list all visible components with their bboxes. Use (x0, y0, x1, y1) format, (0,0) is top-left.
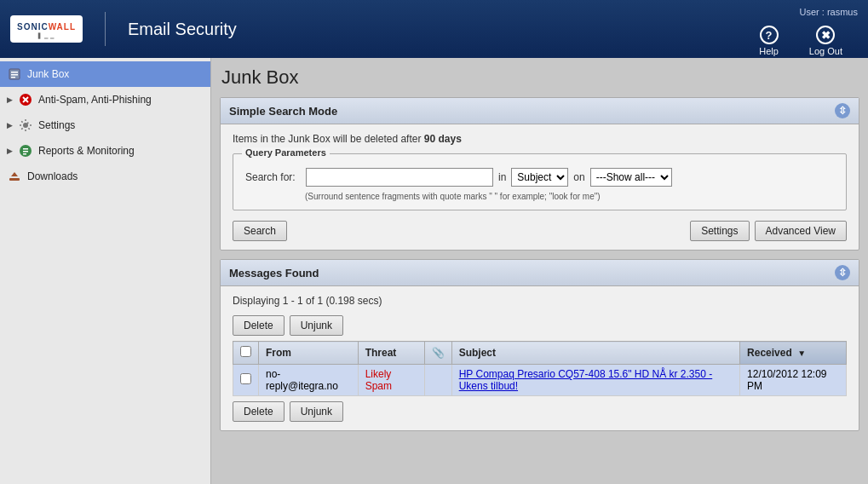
simple-search-panel: Simple Search Mode ⇳ Items in the Junk B… (220, 97, 859, 251)
expand-arrow: ▶ (7, 121, 13, 130)
anti-spam-icon (18, 92, 33, 107)
simple-search-body: Items in the Junk Box will be deleted af… (221, 124, 859, 250)
sidebar-item-downloads[interactable]: Downloads (0, 164, 210, 189)
advanced-view-button[interactable]: Advanced View (755, 221, 848, 241)
sidebar-item-reports[interactable]: ▶ Reports & Monitoring (0, 138, 210, 164)
app-title: Email Security (128, 20, 237, 39)
sonicwall-logo: SONICWALL ❚⎯⎯ (10, 15, 83, 43)
subject-select[interactable]: Subject From To (511, 168, 568, 187)
sidebar-item-settings[interactable]: ▶ Settings (0, 112, 210, 138)
search-hint: (Surround sentence fragments with quote … (305, 192, 834, 201)
row-threat: Likely Spam (358, 365, 424, 396)
attach-icon: 📎 (432, 347, 445, 359)
table-row: no-reply@itegra.no Likely Spam HP Compaq… (233, 365, 847, 396)
top-delete-button[interactable]: Delete (233, 315, 285, 336)
messages-found-header: Messages Found ⇳ (221, 260, 859, 286)
display-count: Displaying 1 - 1 of 1 (0.198 secs) (233, 295, 847, 307)
search-row: Search for: in Subject From To on ---Sho… (245, 168, 834, 187)
main-content: Junk Box Simple Search Mode ⇳ Items in t… (211, 58, 868, 484)
logout-icon: ✖ (816, 26, 835, 44)
search-button[interactable]: Search (233, 221, 287, 241)
junk-box-icon (7, 66, 22, 82)
settings-button[interactable]: Settings (690, 221, 749, 241)
col-attach: 📎 (424, 342, 451, 365)
table-bottom-actions: Delete Unjunk (233, 401, 847, 422)
row-checkbox[interactable] (240, 373, 251, 384)
subject-link[interactable]: HP Compaq Presario CQ57-408 15.6" HD NÅ … (459, 368, 713, 392)
reports-label: Reports & Monitoring (38, 145, 135, 157)
row-attach (424, 365, 451, 396)
svg-rect-9 (23, 148, 28, 150)
in-label: in (498, 171, 506, 183)
header-actions: ? Help ✖ Log Out (744, 0, 858, 58)
simple-search-title: Simple Search Mode (229, 105, 337, 118)
svg-rect-11 (23, 153, 26, 155)
show-all-select[interactable]: ---Show all--- (590, 168, 672, 187)
svg-rect-12 (9, 178, 20, 181)
sort-arrow-icon: ▼ (797, 349, 806, 358)
svg-rect-2 (11, 74, 18, 76)
on-label: on (573, 171, 584, 183)
query-params-legend: Query Parameters (242, 147, 330, 158)
logo-area: SONICWALL ❚⎯⎯ Email Security (10, 12, 237, 46)
simple-search-header: Simple Search Mode ⇳ (221, 98, 859, 124)
svg-rect-1 (11, 72, 18, 73)
junkbox-info: Items in the Junk Box will be deleted af… (233, 133, 847, 145)
sidebar-item-anti-spam[interactable]: ▶ Anti-Spam, Anti-Phishing (0, 87, 210, 112)
svg-marker-13 (11, 172, 18, 176)
col-received[interactable]: Received ▼ (740, 342, 847, 365)
expand-arrow: ▶ (7, 147, 13, 155)
help-icon: ? (760, 26, 779, 44)
row-from: no-reply@itegra.no (259, 365, 359, 396)
row-received: 12/10/2012 12:09 PM (740, 365, 847, 396)
search-action-row: Search Settings Advanced View (233, 221, 847, 241)
messages-found-toggle[interactable]: ⇳ (835, 265, 850, 280)
settings-label: Settings (38, 119, 75, 131)
messages-found-body: Displaying 1 - 1 of 1 (0.198 secs) Delet… (221, 286, 859, 430)
col-threat[interactable]: Threat (358, 342, 424, 365)
messages-found-panel: Messages Found ⇳ Displaying 1 - 1 of 1 (… (220, 259, 859, 431)
row-subject[interactable]: HP Compaq Presario CQ57-408 15.6" HD NÅ … (451, 365, 739, 396)
simple-search-toggle[interactable]: ⇳ (835, 103, 850, 118)
downloads-label: Downloads (27, 170, 78, 182)
page-title: Junk Box (220, 66, 859, 89)
row-checkbox-cell[interactable] (233, 365, 259, 396)
main-layout: Junk Box ▶ Anti-Spam, Anti-Phishing ▶ Se… (0, 58, 868, 484)
reports-icon (18, 143, 33, 158)
messages-found-title: Messages Found (229, 267, 319, 279)
col-checkbox[interactable] (233, 342, 259, 365)
col-from[interactable]: From (259, 342, 359, 365)
header-separator (105, 12, 106, 46)
bottom-delete-button[interactable]: Delete (233, 401, 285, 422)
right-actions: Settings Advanced View (690, 221, 847, 241)
downloads-icon (7, 169, 22, 184)
select-all-checkbox[interactable] (240, 346, 251, 357)
anti-spam-label: Anti-Spam, Anti-Phishing (38, 94, 152, 106)
table-top-actions: Delete Unjunk (233, 315, 847, 336)
junk-box-label: Junk Box (27, 68, 69, 80)
sidebar: Junk Box ▶ Anti-Spam, Anti-Phishing ▶ Se… (0, 58, 211, 484)
messages-table: From Threat 📎 Subject (233, 341, 847, 396)
sidebar-item-junk-box[interactable]: Junk Box (0, 61, 210, 87)
settings-icon (18, 118, 33, 133)
bottom-unjunk-button[interactable]: Unjunk (290, 401, 343, 422)
col-subject[interactable]: Subject (451, 342, 739, 365)
svg-rect-3 (11, 77, 15, 78)
search-input[interactable] (306, 168, 493, 187)
logout-button[interactable]: ✖ Log Out (794, 19, 858, 63)
app-header: SONICWALL ❚⎯⎯ Email Security User : rasm… (0, 0, 868, 58)
search-for-label: Search for: (245, 171, 301, 183)
svg-rect-10 (23, 151, 28, 153)
help-button[interactable]: ? Help (744, 19, 794, 63)
top-unjunk-button[interactable]: Unjunk (290, 315, 343, 336)
query-parameters-box: Query Parameters Search for: in Subject … (233, 153, 847, 210)
expand-arrow: ▶ (7, 95, 13, 104)
